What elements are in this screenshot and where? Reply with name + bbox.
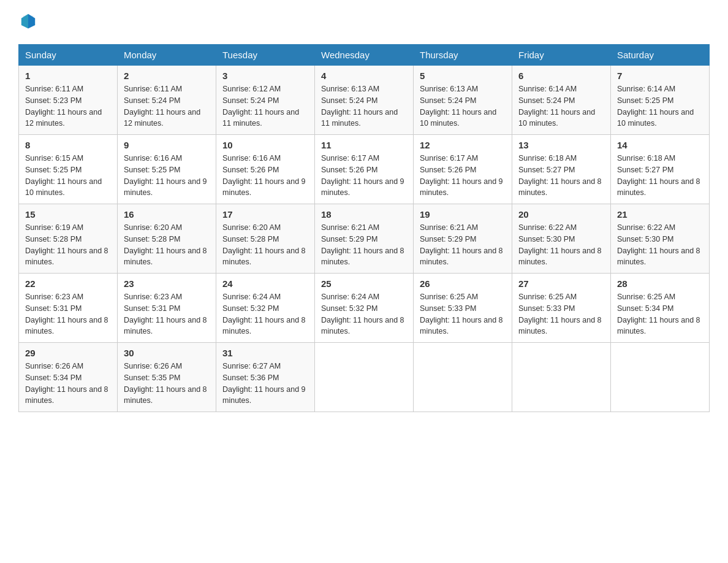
day-number: 7	[617, 71, 703, 81]
header-sunday: Sunday	[19, 45, 118, 66]
header-friday: Friday	[512, 45, 611, 66]
day-number: 30	[124, 348, 210, 358]
day-info: Sunrise: 6:14 AMSunset: 5:24 PMDaylight:…	[518, 85, 595, 128]
day-number: 5	[420, 71, 506, 81]
day-number: 14	[617, 140, 703, 150]
calendar-cell: 13 Sunrise: 6:18 AMSunset: 5:27 PMDaylig…	[512, 135, 611, 204]
calendar-cell: 30 Sunrise: 6:26 AMSunset: 5:35 PMDaylig…	[118, 343, 216, 412]
calendar-cell: 12 Sunrise: 6:17 AMSunset: 5:26 PMDaylig…	[414, 135, 512, 204]
day-number: 19	[420, 209, 506, 220]
day-info: Sunrise: 6:25 AMSunset: 5:33 PMDaylight:…	[518, 293, 602, 335]
calendar-cell: 29 Sunrise: 6:26 AMSunset: 5:34 PMDaylig…	[19, 343, 118, 412]
calendar-header-row: SundayMondayTuesdayWednesdayThursdayFrid…	[19, 45, 710, 66]
page-header	[18, 12, 710, 32]
day-number: 17	[222, 209, 308, 220]
day-number: 27	[518, 278, 604, 289]
day-number: 23	[124, 278, 210, 289]
day-number: 24	[222, 278, 308, 289]
day-number: 28	[617, 278, 703, 289]
day-info: Sunrise: 6:26 AMSunset: 5:34 PMDaylight:…	[25, 362, 108, 405]
day-number: 31	[222, 348, 308, 358]
day-info: Sunrise: 6:18 AMSunset: 5:27 PMDaylight:…	[518, 154, 602, 197]
calendar-cell: 8 Sunrise: 6:15 AMSunset: 5:25 PMDayligh…	[19, 135, 118, 204]
day-info: Sunrise: 6:13 AMSunset: 5:24 PMDaylight:…	[420, 85, 496, 128]
calendar-cell: 31 Sunrise: 6:27 AMSunset: 5:36 PMDaylig…	[216, 343, 315, 412]
day-info: Sunrise: 6:25 AMSunset: 5:33 PMDaylight:…	[420, 293, 503, 335]
day-number: 29	[25, 348, 111, 358]
day-info: Sunrise: 6:20 AMSunset: 5:28 PMDaylight:…	[124, 223, 207, 266]
calendar-cell: 22 Sunrise: 6:23 AMSunset: 5:31 PMDaylig…	[19, 274, 118, 343]
day-number: 10	[222, 140, 308, 150]
calendar-cell: 16 Sunrise: 6:20 AMSunset: 5:28 PMDaylig…	[118, 204, 216, 274]
calendar-table: SundayMondayTuesdayWednesdayThursdayFrid…	[18, 44, 710, 412]
calendar-cell	[512, 343, 611, 412]
day-info: Sunrise: 6:23 AMSunset: 5:31 PMDaylight:…	[25, 293, 108, 335]
svg-marker-1	[28, 14, 35, 29]
day-info: Sunrise: 6:24 AMSunset: 5:32 PMDaylight:…	[222, 293, 306, 335]
calendar-cell: 19 Sunrise: 6:21 AMSunset: 5:29 PMDaylig…	[414, 204, 512, 274]
day-info: Sunrise: 6:21 AMSunset: 5:29 PMDaylight:…	[420, 223, 503, 266]
week-row-2: 8 Sunrise: 6:15 AMSunset: 5:25 PMDayligh…	[19, 135, 710, 204]
day-info: Sunrise: 6:11 AMSunset: 5:23 PMDaylight:…	[25, 85, 102, 128]
day-info: Sunrise: 6:19 AMSunset: 5:28 PMDaylight:…	[25, 223, 108, 266]
header-monday: Monday	[118, 45, 216, 66]
day-info: Sunrise: 6:21 AMSunset: 5:29 PMDaylight:…	[321, 223, 404, 266]
day-number: 8	[25, 140, 111, 150]
calendar-cell: 21 Sunrise: 6:22 AMSunset: 5:30 PMDaylig…	[611, 204, 710, 274]
header-thursday: Thursday	[414, 45, 512, 66]
day-info: Sunrise: 6:12 AMSunset: 5:24 PMDaylight:…	[222, 85, 299, 128]
calendar-cell: 26 Sunrise: 6:25 AMSunset: 5:33 PMDaylig…	[414, 274, 512, 343]
day-info: Sunrise: 6:20 AMSunset: 5:28 PMDaylight:…	[222, 223, 306, 266]
calendar-cell: 9 Sunrise: 6:16 AMSunset: 5:25 PMDayligh…	[118, 135, 216, 204]
day-info: Sunrise: 6:16 AMSunset: 5:26 PMDaylight:…	[222, 154, 306, 197]
day-number: 9	[124, 140, 210, 150]
day-number: 11	[321, 140, 407, 150]
calendar-cell: 5 Sunrise: 6:13 AMSunset: 5:24 PMDayligh…	[414, 66, 512, 135]
calendar-cell	[611, 343, 710, 412]
day-info: Sunrise: 6:17 AMSunset: 5:26 PMDaylight:…	[420, 154, 503, 197]
day-info: Sunrise: 6:23 AMSunset: 5:31 PMDaylight:…	[124, 293, 207, 335]
day-info: Sunrise: 6:22 AMSunset: 5:30 PMDaylight:…	[617, 223, 700, 266]
calendar-cell: 23 Sunrise: 6:23 AMSunset: 5:31 PMDaylig…	[118, 274, 216, 343]
week-row-5: 29 Sunrise: 6:26 AMSunset: 5:34 PMDaylig…	[19, 343, 710, 412]
day-info: Sunrise: 6:27 AMSunset: 5:36 PMDaylight:…	[222, 362, 306, 405]
day-number: 18	[321, 209, 407, 220]
header-saturday: Saturday	[611, 45, 710, 66]
calendar-cell: 4 Sunrise: 6:13 AMSunset: 5:24 PMDayligh…	[315, 66, 414, 135]
calendar-cell: 6 Sunrise: 6:14 AMSunset: 5:24 PMDayligh…	[512, 66, 611, 135]
day-number: 21	[617, 209, 703, 220]
day-info: Sunrise: 6:16 AMSunset: 5:25 PMDaylight:…	[124, 154, 207, 197]
logo-mark	[18, 12, 37, 32]
calendar-cell	[315, 343, 414, 412]
day-number: 13	[518, 140, 604, 150]
day-info: Sunrise: 6:14 AMSunset: 5:25 PMDaylight:…	[617, 85, 694, 128]
day-info: Sunrise: 6:17 AMSunset: 5:26 PMDaylight:…	[321, 154, 404, 197]
calendar-cell: 10 Sunrise: 6:16 AMSunset: 5:26 PMDaylig…	[216, 135, 315, 204]
day-info: Sunrise: 6:13 AMSunset: 5:24 PMDaylight:…	[321, 85, 398, 128]
header-tuesday: Tuesday	[216, 45, 315, 66]
day-number: 26	[420, 278, 506, 289]
calendar-cell: 3 Sunrise: 6:12 AMSunset: 5:24 PMDayligh…	[216, 66, 315, 135]
calendar-cell: 28 Sunrise: 6:25 AMSunset: 5:34 PMDaylig…	[611, 274, 710, 343]
day-number: 12	[420, 140, 506, 150]
calendar-cell: 2 Sunrise: 6:11 AMSunset: 5:24 PMDayligh…	[118, 66, 216, 135]
day-info: Sunrise: 6:22 AMSunset: 5:30 PMDaylight:…	[518, 223, 602, 266]
calendar-cell: 15 Sunrise: 6:19 AMSunset: 5:28 PMDaylig…	[19, 204, 118, 274]
day-number: 6	[518, 71, 604, 81]
day-info: Sunrise: 6:11 AMSunset: 5:24 PMDaylight:…	[124, 85, 200, 128]
calendar-cell: 11 Sunrise: 6:17 AMSunset: 5:26 PMDaylig…	[315, 135, 414, 204]
day-number: 25	[321, 278, 407, 289]
calendar-cell: 18 Sunrise: 6:21 AMSunset: 5:29 PMDaylig…	[315, 204, 414, 274]
week-row-1: 1 Sunrise: 6:11 AMSunset: 5:23 PMDayligh…	[19, 66, 710, 135]
day-number: 16	[124, 209, 210, 220]
day-info: Sunrise: 6:26 AMSunset: 5:35 PMDaylight:…	[124, 362, 207, 405]
calendar-cell: 1 Sunrise: 6:11 AMSunset: 5:23 PMDayligh…	[19, 66, 118, 135]
day-info: Sunrise: 6:25 AMSunset: 5:34 PMDaylight:…	[617, 293, 700, 335]
day-number: 15	[25, 209, 111, 220]
header-wednesday: Wednesday	[315, 45, 414, 66]
calendar-cell	[414, 343, 512, 412]
calendar-cell: 14 Sunrise: 6:18 AMSunset: 5:27 PMDaylig…	[611, 135, 710, 204]
calendar-cell: 25 Sunrise: 6:24 AMSunset: 5:32 PMDaylig…	[315, 274, 414, 343]
day-number: 2	[124, 71, 210, 81]
calendar-cell: 7 Sunrise: 6:14 AMSunset: 5:25 PMDayligh…	[611, 66, 710, 135]
